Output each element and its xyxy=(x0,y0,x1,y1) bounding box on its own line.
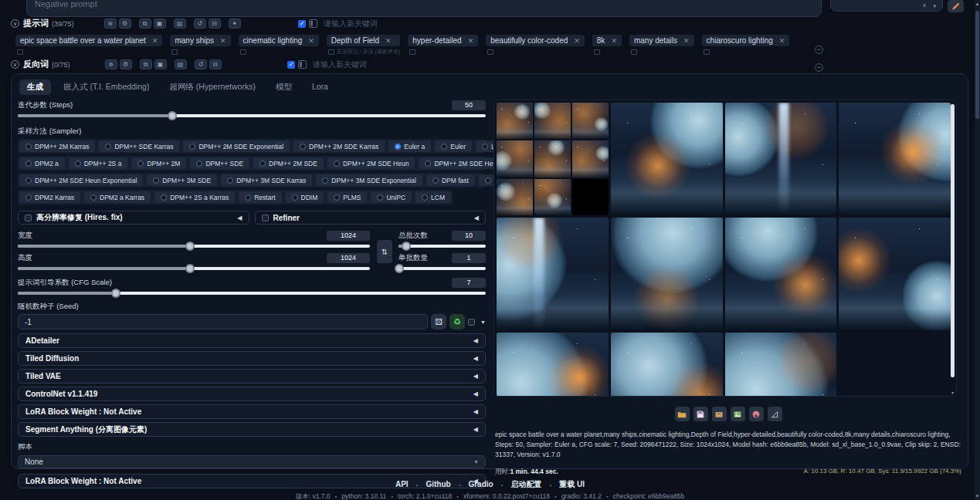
prompt-tag-chip[interactable]: chiaroscuro lighting✕ xyxy=(702,35,790,46)
save-image-button[interactable] xyxy=(693,407,708,421)
save-icon[interactable]: ▣ xyxy=(154,59,167,69)
gallery-image[interactable] xyxy=(611,218,723,330)
page-scrollbar[interactable]: ▲ ▼ xyxy=(975,0,980,500)
edit-styles-button[interactable] xyxy=(948,0,964,12)
sampler-option[interactable]: DPM++ SDE Karras xyxy=(99,140,179,152)
prompt-tag-chip[interactable]: 8k✕ xyxy=(592,35,622,46)
hires-fix-checkbox[interactable] xyxy=(25,215,32,221)
copy-icon[interactable]: ⧉ xyxy=(139,19,151,29)
sampler-option[interactable]: DPM2 a xyxy=(19,157,65,169)
radio-icon[interactable] xyxy=(322,177,328,184)
sampler-option[interactable]: Euler a xyxy=(388,140,431,152)
chevron-down-icon[interactable]: ▾ xyxy=(933,3,936,9)
sampler-option[interactable]: DPM++ 2M SDE Heun Exponential xyxy=(19,174,143,186)
cfg-slider[interactable] xyxy=(18,289,486,298)
seed-input[interactable] xyxy=(18,314,428,329)
collapse-prompt-button[interactable]: − xyxy=(815,46,823,54)
prompt-tag-chip[interactable]: many ships✕ xyxy=(170,35,230,46)
accordion-controlnet-v1-1-419[interactable]: ControlNet v1.1.419◀ xyxy=(18,387,486,401)
radio-icon[interactable] xyxy=(196,160,202,167)
sampler-option[interactable]: DPM++ 2M SDE Karras xyxy=(293,140,385,152)
radio-icon[interactable] xyxy=(25,177,32,184)
styles-dropdown[interactable]: × ▾ xyxy=(830,0,943,12)
footer-link-gradio[interactable]: Gradio xyxy=(468,480,493,488)
sampler-option[interactable]: DPM2 a Karras xyxy=(84,191,151,203)
sampler-option[interactable]: DPM++ 2S a xyxy=(69,157,128,169)
collection-icon[interactable]: ▤ xyxy=(174,19,186,29)
accordion-adetailer[interactable]: ADetailer◀ xyxy=(18,333,486,348)
sampler-option[interactable]: DPM++ 2M SDE Heun xyxy=(327,157,415,169)
sampler-option[interactable]: DPM++ 2M xyxy=(131,157,186,169)
radio-icon[interactable] xyxy=(227,177,233,184)
new-keyword-input[interactable] xyxy=(322,19,415,29)
accordion-arrow-icon[interactable]: ◀ xyxy=(237,215,242,221)
remove-tag-icon[interactable]: ✕ xyxy=(683,37,690,45)
width-slider[interactable] xyxy=(18,242,370,251)
gallery-scrollbar-thumb[interactable] xyxy=(951,104,955,377)
translate-icon[interactable] xyxy=(631,49,637,55)
refiner-checkbox[interactable] xyxy=(262,215,269,221)
sampler-option[interactable]: DPM++ SDE xyxy=(190,157,249,169)
gallery-grid-preview[interactable] xyxy=(497,103,609,215)
settings-icon[interactable]: ⚙ xyxy=(120,59,132,69)
accordion-tiled-diffusion[interactable]: Tiled Diffusion◀ xyxy=(18,351,486,366)
accordion-lora-block-weight-not-active[interactable]: LoRA Block Weight : Not Active◀ xyxy=(18,404,486,419)
settings-icon[interactable]: ⚙ xyxy=(119,19,131,29)
send-to-inpaint-button[interactable] xyxy=(749,407,764,421)
height-slider[interactable] xyxy=(18,264,370,273)
footer-link--[interactable]: 启动配置 xyxy=(510,480,541,488)
radio-icon[interactable] xyxy=(482,144,488,150)
translate-icon[interactable] xyxy=(487,49,493,55)
undo-icon[interactable]: ↺ xyxy=(195,59,207,69)
prompt-tag-chip[interactable]: epic space battle over a water planet✕ xyxy=(15,35,162,46)
refiner-panel[interactable]: Refiner ◀ xyxy=(255,211,487,225)
gallery-image[interactable] xyxy=(839,103,951,215)
undo-icon[interactable]: ↺ xyxy=(194,19,206,29)
radio-icon[interactable] xyxy=(334,160,340,167)
scroll-down-icon[interactable]: ▼ xyxy=(951,390,955,395)
reuse-seed-button[interactable]: ♻ xyxy=(449,314,465,329)
radio-icon[interactable] xyxy=(189,144,195,150)
radio-icon[interactable] xyxy=(137,160,144,167)
height-value-input[interactable]: 1024 xyxy=(327,253,370,263)
radio-icon[interactable] xyxy=(25,160,32,167)
collapse-chevron-icon[interactable]: ∨ xyxy=(11,19,19,28)
swap-dimensions-button[interactable]: ⇅ xyxy=(377,240,392,263)
sampler-option[interactable]: DPM++ 2M SDE xyxy=(253,157,324,169)
radio-icon[interactable] xyxy=(259,160,266,167)
radio-icon[interactable] xyxy=(25,194,32,201)
prompt-tag-chip[interactable]: many details✕ xyxy=(629,35,694,46)
sampler-option[interactable]: DPM++ 3M SDE xyxy=(147,174,217,186)
radio-icon[interactable] xyxy=(432,177,439,184)
open-folder-button[interactable] xyxy=(675,407,690,421)
tab--[interactable]: 生成 xyxy=(19,79,51,95)
cfg-value-input[interactable]: 7 xyxy=(452,278,486,288)
save-icon[interactable]: ▣ xyxy=(154,19,166,29)
sampler-option[interactable]: LCM xyxy=(415,191,451,203)
radio-icon[interactable] xyxy=(441,144,447,150)
hires-fix-panel[interactable]: 高分辨率修复 (Hires. fix) ◀ xyxy=(18,211,249,225)
sampler-option[interactable]: DPM++ 2M Karras xyxy=(19,140,95,152)
accordion-segment-anything-[interactable]: Segment Anything (分离图像元素)◀ xyxy=(18,422,486,437)
remove-tag-icon[interactable]: ✕ xyxy=(574,37,580,45)
slider-handle[interactable] xyxy=(185,264,195,273)
radio-icon[interactable] xyxy=(90,194,97,201)
keyboard-toggle-icon[interactable] xyxy=(309,19,317,28)
remove-tag-icon[interactable]: ✕ xyxy=(385,37,392,45)
radio-icon[interactable] xyxy=(377,194,383,201)
negative-prompt-input[interactable] xyxy=(26,0,822,17)
gallery-image[interactable] xyxy=(497,218,609,330)
gallery-image[interactable] xyxy=(839,218,951,330)
sampler-option[interactable]: Euler xyxy=(435,140,472,152)
copy-icon[interactable]: ⧉ xyxy=(140,59,152,69)
slider-handle[interactable] xyxy=(168,111,177,120)
prompt-tag-chip[interactable]: beautifully color-coded✕ xyxy=(486,35,585,46)
radio-icon[interactable] xyxy=(422,194,428,201)
accordion-tiled-vae[interactable]: Tiled VAE◀ xyxy=(18,369,486,383)
radio-icon[interactable] xyxy=(300,144,306,150)
random-seed-button[interactable]: ⚄ xyxy=(431,314,446,329)
width-value-input[interactable]: 1024 xyxy=(327,231,370,241)
prompt-tag-chip[interactable]: Depth of Field✕ xyxy=(327,35,400,46)
radio-icon[interactable] xyxy=(334,194,340,201)
radio-icon[interactable] xyxy=(161,194,167,201)
